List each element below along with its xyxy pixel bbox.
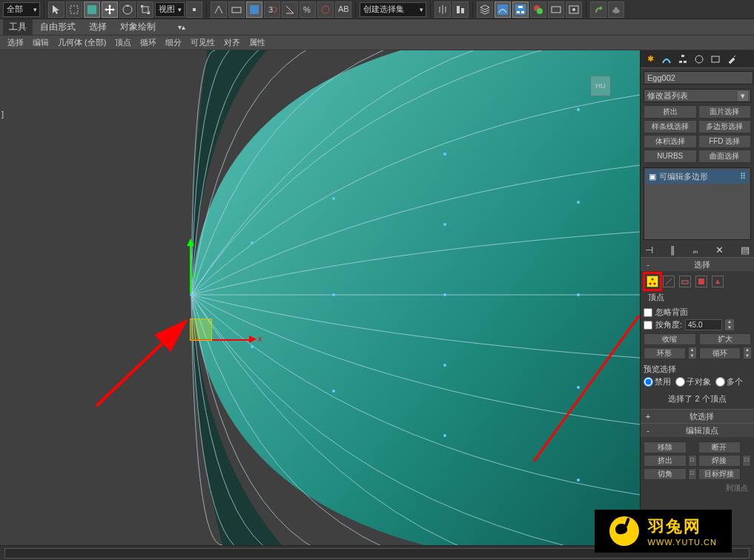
mirror-icon[interactable] — [434, 1, 451, 18]
sub-geom[interactable]: 几何体 (全部) — [53, 36, 110, 50]
align-icon[interactable] — [452, 1, 469, 18]
sub-subdivide[interactable]: 细分 — [161, 36, 186, 50]
hierarchy-tab-icon[interactable] — [676, 53, 689, 66]
radio-subobj[interactable] — [675, 377, 685, 387]
radio-multi[interactable] — [715, 377, 725, 387]
spinner-snap-icon[interactable] — [317, 1, 334, 18]
shrink-button[interactable]: 收缩 — [644, 333, 696, 345]
btn-extrude[interactable]: 挤出 — [644, 105, 697, 119]
sub-edit[interactable]: 编辑 — [28, 36, 53, 50]
scale-icon[interactable] — [137, 1, 153, 18]
ignore-backface-checkbox[interactable] — [644, 308, 652, 317]
abc-icon[interactable]: ABC — [335, 1, 351, 18]
loop-button[interactable]: 循环 — [699, 347, 741, 359]
subobj-vertex-button[interactable] — [646, 276, 658, 287]
viewcube[interactable]: HU — [591, 76, 610, 96]
subobj-edge-button[interactable] — [663, 276, 675, 287]
sub-properties[interactable]: 属性 — [245, 36, 270, 50]
subobj-border-button[interactable] — [679, 276, 691, 287]
chamfer-button[interactable]: 切角 — [644, 468, 687, 480]
filter-dropdown[interactable]: 全部 — [3, 2, 40, 17]
teapot-icon[interactable] — [608, 1, 624, 18]
svg-point-49 — [654, 283, 656, 285]
remove-mod-icon[interactable]: ✕ — [715, 244, 724, 256]
create-tab-icon[interactable]: ✱ — [644, 53, 657, 66]
show-result-icon[interactable]: ∥ — [670, 244, 675, 256]
angle-snap-icon[interactable] — [282, 1, 298, 18]
radio-disable[interactable] — [644, 377, 653, 387]
angle-spinner-arrows[interactable]: ▲▼ — [725, 319, 734, 330]
btn-surf-select[interactable]: 曲面选择 — [698, 150, 752, 163]
render-frame-icon[interactable] — [566, 1, 582, 18]
layer-icon[interactable] — [477, 1, 493, 18]
extrude2-button[interactable]: 挤出 — [644, 455, 687, 467]
angle-spinner[interactable]: 45.0 — [685, 319, 722, 330]
btn-ffd-select[interactable]: FFD 选择 — [698, 135, 752, 148]
btn-nurbs[interactable]: NURBS — [644, 150, 697, 163]
window-select-icon[interactable] — [84, 1, 100, 18]
render-prod-icon[interactable] — [590, 1, 606, 18]
ribbon-toggle-icon[interactable]: ▾▴ — [178, 23, 185, 31]
break-button[interactable]: 断开 — [698, 441, 741, 453]
refcoord-dropdown[interactable]: 视图 — [155, 2, 185, 17]
btn-poly-select[interactable]: 多边形选择 — [698, 120, 752, 133]
pivot-icon[interactable] — [186, 1, 202, 18]
chamfer-settings-icon[interactable]: □ — [688, 468, 697, 480]
motion-tab-icon[interactable] — [692, 53, 706, 66]
snap-3-icon[interactable]: 3 — [264, 1, 280, 18]
subobj-polygon-button[interactable] — [695, 276, 707, 287]
by-angle-checkbox[interactable] — [644, 321, 652, 330]
tab-tools[interactable]: 工具 — [3, 19, 33, 35]
grow-button[interactable]: 扩大 — [699, 333, 752, 345]
utilities-tab-icon[interactable] — [725, 53, 738, 66]
btn-vol-select[interactable]: 体积选择 — [644, 135, 697, 148]
rollout-editvertex-header[interactable]: -编辑顶点 — [641, 424, 754, 437]
tab-object-paint[interactable]: 对象绘制 — [114, 19, 162, 35]
move-icon[interactable] — [102, 1, 118, 18]
make-unique-icon[interactable]: ⩋ — [693, 244, 698, 256]
render-setup-icon[interactable] — [548, 1, 564, 18]
percent-snap-icon[interactable]: % — [300, 1, 316, 18]
subobj-element-button[interactable] — [712, 276, 724, 287]
configure-icon[interactable]: ▤ — [741, 244, 750, 256]
weld-settings-icon[interactable]: □ — [742, 455, 751, 467]
sub-loop[interactable]: 循环 — [136, 36, 161, 50]
schematic-icon[interactable] — [512, 1, 529, 18]
modifier-list-dropdown[interactable]: 修改器列表 — [644, 89, 751, 102]
btn-spline-select[interactable]: 样条线选择 — [644, 120, 697, 133]
select-region-icon[interactable] — [66, 1, 82, 18]
btn-face-select[interactable]: 面片选择 — [698, 105, 752, 119]
extrude-settings-icon[interactable]: □ — [688, 455, 697, 467]
snap-window-icon[interactable] — [246, 1, 262, 18]
object-name-input[interactable] — [644, 71, 753, 84]
select-manipulate-icon[interactable] — [211, 1, 227, 18]
weld-button[interactable]: 焊接 — [698, 455, 741, 467]
ring-button[interactable]: 环形 — [644, 347, 686, 359]
viewport[interactable]: ] — [0, 50, 640, 545]
target-weld-button[interactable]: 目标焊接 — [698, 468, 741, 480]
sub-align[interactable]: 对齐 — [219, 36, 245, 50]
modifier-stack[interactable]: ▣ 可编辑多边形 ⠿ — [644, 167, 751, 240]
stack-item-editable-poly[interactable]: ▣ 可编辑多边形 ⠿ — [646, 170, 749, 184]
rollout-selection-header[interactable]: -选择 — [641, 258, 754, 271]
sub-visibility[interactable]: 可见性 — [186, 36, 219, 50]
tab-freeform[interactable]: 自由形式 — [34, 19, 82, 35]
rotate-icon[interactable] — [119, 1, 136, 18]
svg-rect-0 — [70, 6, 78, 13]
sub-select[interactable]: 选择 — [3, 36, 28, 50]
remove-button[interactable]: 移除 — [644, 441, 687, 453]
loop-spinner[interactable]: ▲▼ — [744, 347, 751, 359]
pin-stack-icon[interactable]: ⊣ — [645, 244, 653, 256]
select-arrow-icon[interactable] — [48, 1, 65, 18]
tab-select[interactable]: 选择 — [83, 19, 113, 35]
named-selection-dropdown[interactable]: 创建选择集 — [360, 2, 426, 17]
sub-vertex[interactable]: 顶点 — [110, 36, 136, 50]
display-tab-icon[interactable] — [709, 53, 722, 66]
curve-editor-icon[interactable] — [495, 1, 511, 18]
ring-spinner[interactable]: ▲▼ — [689, 347, 696, 359]
svg-point-25 — [190, 293, 193, 296]
keyboard-icon[interactable] — [228, 1, 245, 18]
modify-tab-icon[interactable] — [660, 53, 673, 66]
material-icon[interactable] — [530, 1, 546, 18]
rollout-softsel-header[interactable]: +软选择 — [641, 410, 754, 423]
